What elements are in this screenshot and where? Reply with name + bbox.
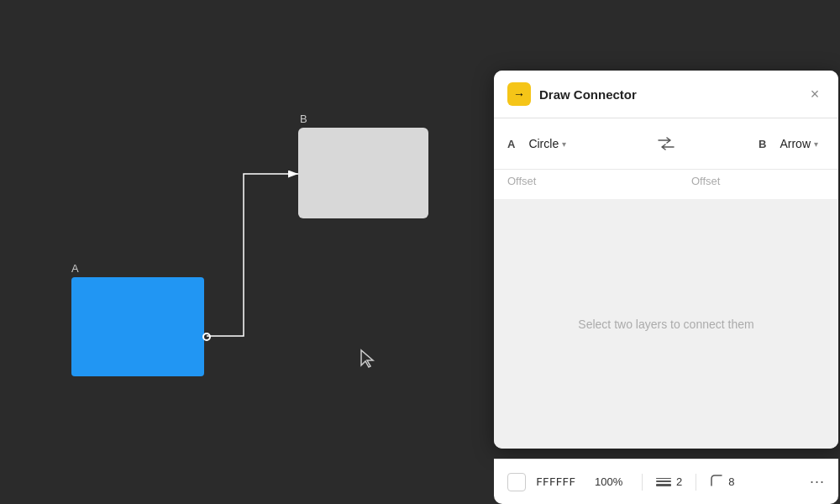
separator-2	[696, 474, 696, 491]
rect-b[interactable]	[298, 128, 428, 218]
cursor-icon	[360, 349, 376, 369]
endpoint-b-select[interactable]: Arrow ▾	[773, 134, 825, 154]
draw-connector-panel: → Draw Connector × A Circle ▾ B Arrow ▾ …	[494, 71, 838, 449]
opacity-value[interactable]: 100%	[595, 475, 628, 488]
label-b: B	[300, 113, 307, 125]
bottom-bar: FFFFFF 100% 2 8 ···	[494, 459, 838, 504]
corner-radius-value[interactable]: 8	[728, 475, 734, 488]
corner-radius-group[interactable]: 8	[710, 474, 734, 491]
stroke-width-group[interactable]: 2	[656, 475, 682, 488]
offset-b-label: Offset	[691, 175, 825, 187]
more-options-button[interactable]: ···	[810, 473, 825, 491]
svg-marker-1	[361, 350, 373, 367]
stroke-icon	[656, 478, 671, 486]
color-swatch[interactable]	[507, 473, 526, 491]
stroke-weight-value[interactable]: 2	[676, 475, 682, 488]
endpoint-a-type: Circle	[528, 137, 559, 150]
connector-endpoints-row: A Circle ▾ B Arrow ▾	[494, 118, 838, 170]
info-area: Select two layers to connect them	[494, 199, 838, 449]
endpoint-b-chevron-icon: ▾	[814, 139, 818, 149]
panel-title: Draw Connector	[539, 87, 796, 102]
info-text: Select two layers to connect them	[578, 318, 753, 331]
corner-radius-icon	[710, 474, 723, 491]
connector-icon: →	[507, 82, 531, 106]
panel-header: → Draw Connector ×	[494, 71, 838, 118]
rect-a[interactable]	[71, 277, 204, 376]
connector-line	[0, 0, 487, 504]
separator-1	[642, 474, 643, 491]
color-hex[interactable]: FFFFFF	[536, 475, 585, 488]
endpoint-a-select[interactable]: Circle ▾	[522, 134, 573, 154]
endpoint-a-chevron-icon: ▾	[562, 139, 566, 149]
offset-a-label: Offset	[507, 175, 641, 187]
connection-point-a[interactable]	[202, 333, 211, 341]
canvas: A B	[0, 0, 487, 504]
endpoint-b-label: B	[759, 138, 766, 150]
offset-row: Offset Offset	[494, 170, 838, 199]
endpoint-b-type: Arrow	[780, 137, 811, 150]
label-a: A	[71, 262, 79, 275]
swap-button[interactable]	[653, 130, 680, 157]
endpoint-a-label: A	[507, 138, 515, 150]
close-button[interactable]: ×	[805, 84, 825, 104]
